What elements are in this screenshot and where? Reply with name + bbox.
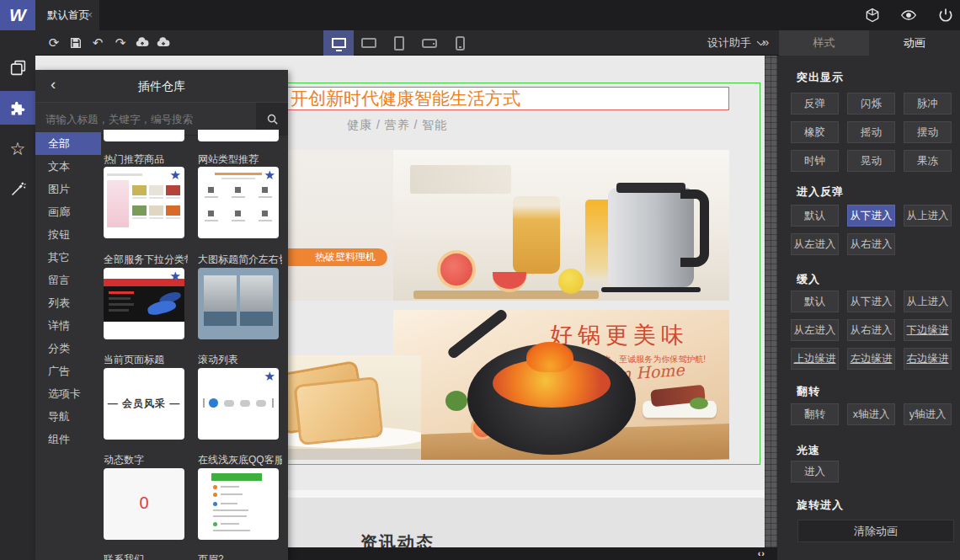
plugin-card-site-types[interactable]: ★ xyxy=(198,167,279,238)
anim-button-wobble[interactable]: 晃动 xyxy=(847,150,895,172)
clear-animation-button[interactable]: 清除动画 xyxy=(797,520,954,542)
anim-button-from-top[interactable]: 从上进入 xyxy=(904,205,952,227)
anim-button-from-top[interactable]: 从上进入 xyxy=(904,291,952,312)
sidebar-item-pages[interactable] xyxy=(0,51,35,84)
anim-button-rubber[interactable]: 橡胶 xyxy=(791,121,839,143)
category-nav[interactable]: 导航 xyxy=(35,405,101,428)
plugin-card-page-title[interactable]: — 会员风采 — xyxy=(104,368,184,440)
category-all[interactable]: 全部 xyxy=(35,132,101,155)
tab-close-icon[interactable]: × xyxy=(86,0,93,30)
anim-button-shake[interactable]: 摇动 xyxy=(847,121,895,143)
thumb-shape xyxy=(107,173,142,176)
anim-button-pulse[interactable]: 脉冲 xyxy=(904,93,952,115)
favorite-star-icon[interactable]: ★ xyxy=(170,168,181,181)
plugin-card-partial[interactable] xyxy=(198,130,279,141)
thumb-shape xyxy=(224,400,234,407)
thumb-shape xyxy=(109,303,134,306)
plugin-card-label: 网站类型推荐 xyxy=(198,152,282,167)
section-title-flip: 翻转 xyxy=(797,384,820,399)
plugin-card-service-dropdown[interactable]: ★ xyxy=(104,268,184,339)
category-message[interactable]: 留言 xyxy=(35,269,101,291)
anim-button-flip-x[interactable]: x轴进入 xyxy=(847,403,895,425)
plugin-card-hot-products[interactable]: ★ xyxy=(104,167,184,238)
canvas-scrollbar[interactable] xyxy=(765,56,777,547)
left-sidebar: ☆ xyxy=(0,30,35,560)
anim-button-jelly[interactable]: 果冻 xyxy=(904,150,952,172)
category-component[interactable]: 组件 xyxy=(35,428,101,451)
category-tabs[interactable]: 选项卡 xyxy=(35,382,101,405)
tab-style[interactable]: 样式 xyxy=(779,30,869,56)
category-other[interactable]: 其它 xyxy=(35,246,101,269)
plugin-library-panel: ‹ 插件仓库 全部 文本 图片 画廊 按钮 其它 留言 列表 详情 分类 广告 … xyxy=(35,70,288,560)
sidebar-item-favorites[interactable]: ☆ xyxy=(0,131,35,165)
plugin-card-qq-service[interactable] xyxy=(198,468,279,540)
anim-button-from-bottom[interactable]: 从下进入 xyxy=(847,291,895,312)
category-gallery[interactable]: 画廊 xyxy=(35,200,101,223)
plugin-card-scroll-list[interactable]: ★ xyxy=(198,368,279,440)
refresh-icon[interactable]: ⟳ xyxy=(46,35,61,51)
thumb-shape xyxy=(166,185,180,195)
device-tablet-portrait-button[interactable] xyxy=(384,30,414,56)
category-text[interactable]: 文本 xyxy=(35,155,101,178)
plugin-card-label: 当前页面标题 xyxy=(104,353,188,367)
anim-button-clock[interactable]: 时钟 xyxy=(791,150,839,172)
components-cube-icon[interactable] xyxy=(863,7,882,24)
thumb-shape xyxy=(235,187,241,193)
wok-banner-image[interactable]: 好锅更美味 无忧购物，至诚服务为你保驾护航! Warm Home xyxy=(393,310,729,460)
canvas-subtitle-text[interactable]: 健康 / 营养 / 智能 xyxy=(347,118,447,133)
cloud-upload-icon[interactable] xyxy=(136,36,149,50)
plugin-card-partial[interactable] xyxy=(104,130,184,141)
anim-button-bounce[interactable]: 反弹 xyxy=(791,93,839,115)
collapse-panel-button[interactable]: » xyxy=(762,30,769,56)
power-exit-icon[interactable] xyxy=(936,7,955,24)
favorite-star-icon[interactable]: ★ xyxy=(264,370,275,382)
category-list[interactable]: 列表 xyxy=(35,291,101,314)
device-desktop-button[interactable] xyxy=(323,30,354,56)
anim-button-flip[interactable]: 翻转 xyxy=(791,403,839,425)
category-detail[interactable]: 详情 xyxy=(35,314,101,337)
anim-button-from-left[interactable]: 从左进入 xyxy=(791,319,839,341)
anim-button-flash[interactable]: 闪烁 xyxy=(847,93,895,115)
device-phone-portrait-button[interactable] xyxy=(445,30,475,56)
save-icon[interactable] xyxy=(69,36,83,50)
anim-button-bottom-edge[interactable]: 下边缘进 xyxy=(904,319,952,341)
code-view-icon[interactable]: ‹› xyxy=(758,547,765,560)
canvas-headline-text[interactable]: 开创新时代健康智能生活方式 xyxy=(285,87,729,110)
device-phone-landscape-button[interactable] xyxy=(414,30,445,56)
kettle-banner-image[interactable] xyxy=(393,150,729,301)
category-button[interactable]: 按钮 xyxy=(35,223,101,246)
cloud-download-icon[interactable] xyxy=(157,36,170,50)
anim-button-flip-y[interactable]: y轴进入 xyxy=(904,403,952,425)
anim-button-top-edge[interactable]: 上边缘进 xyxy=(791,348,839,370)
preview-eye-icon[interactable] xyxy=(899,7,918,24)
anim-button-right-edge[interactable]: 右边缘进 xyxy=(904,348,952,370)
category-ad[interactable]: 广告 xyxy=(35,360,101,382)
sidebar-item-design-tools[interactable] xyxy=(0,172,35,205)
favorite-star-icon[interactable]: ★ xyxy=(170,269,181,282)
sidebar-item-plugins[interactable] xyxy=(0,91,35,125)
anim-button-from-bottom-active[interactable]: 从下进入 xyxy=(847,205,895,227)
undo-icon[interactable]: ↶ xyxy=(90,35,105,51)
device-preview-switcher xyxy=(323,30,475,56)
anim-button-from-right[interactable]: 从右进入 xyxy=(847,319,895,341)
favorite-star-icon[interactable]: ★ xyxy=(264,168,275,181)
anim-button-default[interactable]: 默认 xyxy=(791,205,839,227)
anim-button-swing[interactable]: 摆动 xyxy=(904,121,952,143)
tab-animation[interactable]: 动画 xyxy=(869,30,960,56)
tablet-portrait-icon xyxy=(394,36,404,51)
device-tablet-landscape-button[interactable] xyxy=(354,30,384,56)
anim-button-from-left[interactable]: 从左进入 xyxy=(791,233,839,255)
anim-button-lightspeed-in[interactable]: 进入 xyxy=(791,461,839,483)
redo-icon[interactable]: ↷ xyxy=(113,35,128,51)
anim-button-from-right[interactable]: 从右进入 xyxy=(847,233,895,255)
page-tab-home[interactable]: 默认首页 × xyxy=(35,0,99,30)
plugin-card-dynamic-number[interactable]: 0 xyxy=(104,468,184,540)
plugin-card-label: 页眉2 xyxy=(198,552,282,560)
category-classify[interactable]: 分类 xyxy=(35,337,101,360)
anim-button-left-edge[interactable]: 左边缘进 xyxy=(847,348,895,370)
design-assistant-dropdown[interactable]: 设计助手 xyxy=(707,30,762,56)
plugin-card-big-image-slider[interactable] xyxy=(198,268,279,339)
category-image[interactable]: 图片 xyxy=(35,178,101,200)
anim-button-default[interactable]: 默认 xyxy=(791,291,839,312)
kettle-handle xyxy=(680,189,709,267)
